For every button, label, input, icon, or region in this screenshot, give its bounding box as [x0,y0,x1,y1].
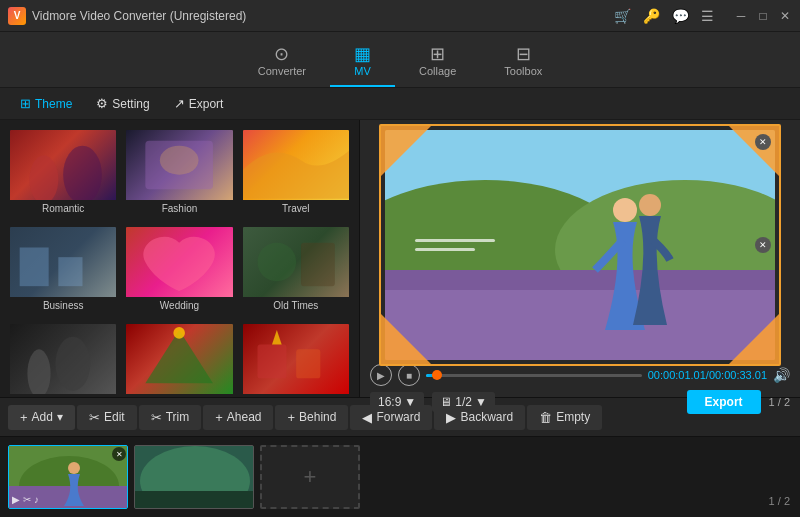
export-subtab[interactable]: ↗ Export [164,93,234,114]
ahead-icon: + [215,410,223,425]
christmas-thumb [126,324,232,394]
svg-point-11 [174,327,186,339]
svg-rect-4 [20,248,49,287]
tab-converter[interactable]: ⊙ Converter [234,39,330,87]
collage-label: Collage [419,65,456,77]
add-button[interactable]: + Add ▾ [8,405,75,430]
svg-point-8 [27,349,50,394]
theme-romantic[interactable]: Romantic [8,128,118,219]
sport-label: Sport [10,394,116,397]
collage-icon: ⊞ [430,45,445,63]
close-button[interactable]: ✕ [778,9,792,23]
stop-button[interactable]: ■ [398,364,420,386]
svg-point-21 [639,194,661,216]
time-display: 00:00:01.01/00:00:33.01 [648,369,767,381]
christmas-label: Christmas [126,394,232,397]
title-bar-right: 🛒 🔑 💬 ☰ ─ □ ✕ [614,8,792,24]
theme-label: Theme [35,97,72,111]
oldtimes-thumb [243,227,349,297]
svg-rect-19 [385,290,775,360]
screen-icon: 🖥 [440,395,452,409]
menu-icon[interactable]: ☰ [701,8,714,24]
close-overlay-mid[interactable]: ✕ [755,237,771,253]
add-icon: + [20,410,28,425]
edit-button[interactable]: ✂ Edit [77,405,137,430]
svg-point-25 [68,462,80,474]
svg-marker-14 [272,330,282,345]
ahead-label: Ahead [227,410,262,424]
volume-icon[interactable]: 🔊 [773,367,790,383]
add-arrow: ▾ [57,410,63,424]
tab-toolbox[interactable]: ⊟ Toolbox [480,39,566,87]
text-line-2 [415,248,475,251]
ratio-selector[interactable]: 16:9 ▼ [370,392,424,412]
mv-sub-toolbar: ⊞ Theme ⚙ Setting ↗ Export [0,88,800,120]
trim-button[interactable]: ✂ Trim [139,405,202,430]
business-thumb [10,227,116,297]
svg-point-20 [613,198,637,222]
theme-christmas[interactable]: Christmas [124,322,234,397]
progress-track[interactable] [426,374,642,377]
timeline: ▶ ✂ ♪ ✕ + 1 / 2 [0,437,800,517]
preview-container: ✕ ✕ [370,130,790,360]
behind-icon: + [287,410,295,425]
text-overlay [415,239,495,251]
svg-point-0 [29,155,58,200]
clip-1-icons: ▶ ✂ ♪ [12,494,39,505]
theme-subtab[interactable]: ⊞ Theme [10,93,82,114]
tab-collage[interactable]: ⊞ Collage [395,39,480,87]
travel-label: Travel [243,200,349,217]
theme-oldtimes[interactable]: Old Times [241,225,351,316]
clip-thumb-2[interactable] [134,445,254,509]
cart-icon[interactable]: 🛒 [614,8,631,24]
clip-thumb-1[interactable]: ▶ ✂ ♪ [8,445,128,509]
preview-frame: ✕ ✕ [385,130,775,360]
maximize-button[interactable]: □ [756,9,770,23]
playback-bar: ▶ ■ 00:00:01.01/00:00:33.01 🔊 [370,360,790,390]
svg-rect-13 [296,349,320,378]
business-label: Business [10,297,116,314]
behind-label: Behind [299,410,336,424]
svg-point-1 [63,146,102,200]
toolbox-icon: ⊟ [516,45,531,63]
screen-selector[interactable]: 🖥 1/2 ▼ [432,392,495,412]
screen-chevron: ▼ [475,395,487,409]
add-label: Add [32,410,53,424]
theme-icon: ⊞ [20,96,31,111]
svg-point-3 [160,146,199,175]
play-button[interactable]: ▶ [370,364,392,386]
toolbox-label: Toolbox [504,65,542,77]
theme-holiday[interactable]: Holiday [241,322,351,397]
preview-panel: ✕ ✕ ▶ ■ 00:00:01.01/00:00:33.01 🔊 16:9 ▼… [360,120,800,397]
behind-button[interactable]: + Behind [275,405,348,430]
ratio-value: 16:9 [378,395,401,409]
setting-icon: ⚙ [96,96,108,111]
add-clip-button[interactable]: + [260,445,360,509]
theme-wedding[interactable]: Wedding [124,225,234,316]
edit-icon: ✂ [89,410,100,425]
close-overlay-top[interactable]: ✕ [755,134,771,150]
mv-label: MV [354,65,371,77]
svg-rect-5 [58,257,82,286]
export-sub-label: Export [189,97,224,111]
sport-thumb [10,324,116,394]
svg-point-9 [55,337,90,391]
theme-fashion[interactable]: Fashion [124,128,234,219]
tab-mv[interactable]: ▦ MV [330,39,395,87]
minimize-button[interactable]: ─ [734,9,748,23]
theme-sport[interactable]: Sport [8,322,118,397]
chat-icon[interactable]: 💬 [672,8,689,24]
theme-travel[interactable]: Travel [241,128,351,219]
clip-cut-icon: ✂ [23,494,31,505]
export-button[interactable]: Export [687,390,761,414]
fashion-thumb [126,130,232,200]
edit-label: Edit [104,410,125,424]
theme-business[interactable]: Business [8,225,118,316]
ratio-chevron: ▼ [404,395,416,409]
setting-subtab[interactable]: ⚙ Setting [86,93,159,114]
ahead-button[interactable]: + Ahead [203,405,273,430]
title-bar-left: V Vidmore Video Converter (Unregistered) [8,7,246,25]
theme-panel: Romantic Fashion Travel [0,120,360,397]
key-icon[interactable]: 🔑 [643,8,660,24]
clip-1-close[interactable]: ✕ [112,447,126,461]
